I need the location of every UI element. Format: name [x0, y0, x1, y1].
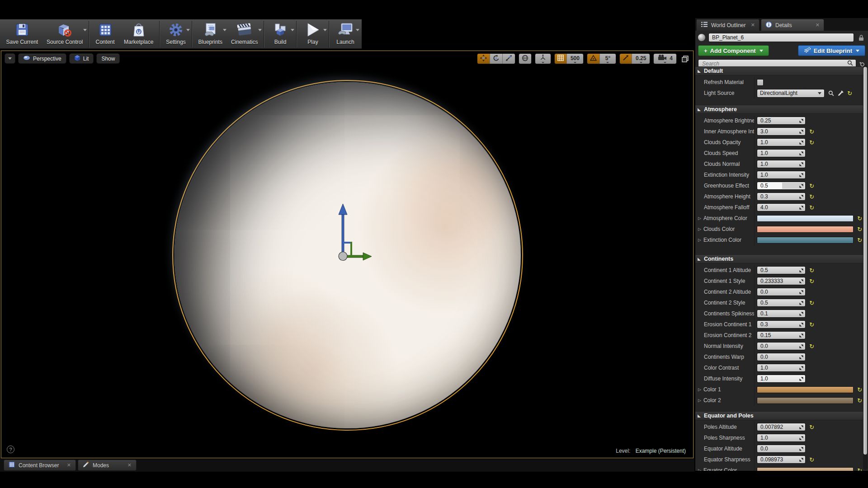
color-swatch[interactable] — [757, 397, 854, 404]
number-field[interactable]: 0.0 — [757, 353, 806, 361]
angle-snap-value[interactable]: 5° — [599, 54, 616, 64]
rotate-tool-button[interactable] — [490, 54, 502, 64]
number-field[interactable]: 0.3 — [757, 192, 806, 201]
gizmo-z-axis-arrow[interactable] — [339, 204, 347, 257]
cinematics-button[interactable]: Cinematics — [227, 20, 263, 48]
eyedropper-icon[interactable] — [838, 90, 844, 96]
chevron-down-icon[interactable] — [291, 29, 294, 31]
scale-snap-toggle[interactable] — [620, 54, 632, 64]
scrollbar-thumb[interactable] — [863, 67, 867, 455]
color-swatch[interactable] — [757, 237, 854, 244]
transform-gizmo[interactable] — [323, 201, 373, 263]
build-button[interactable]: Build — [266, 20, 295, 48]
reset-to-default-icon[interactable]: ↺ — [809, 322, 814, 328]
close-icon[interactable]: ✕ — [816, 22, 820, 28]
perspective-button[interactable]: Perspective — [18, 53, 66, 64]
number-field[interactable]: 0.3 — [757, 320, 806, 328]
number-field[interactable]: 3.0 — [757, 127, 806, 136]
actor-name-input[interactable] — [708, 33, 854, 42]
move-tool-button[interactable] — [477, 54, 490, 64]
expand-arrow-icon[interactable]: ▷ — [698, 227, 701, 231]
chevron-down-icon[interactable] — [186, 29, 190, 31]
checkbox[interactable] — [757, 79, 764, 86]
reset-to-default-icon[interactable]: ↺ — [809, 183, 814, 189]
browse-search-icon[interactable] — [828, 90, 834, 96]
number-field[interactable]: 0.007892 — [757, 423, 806, 431]
reset-to-default-icon[interactable]: ↺ — [809, 278, 814, 284]
details-scrollbar[interactable] — [863, 65, 868, 470]
chevron-down-icon[interactable] — [83, 29, 87, 31]
blueprints-button[interactable]: Blueprints — [194, 20, 227, 48]
expand-arrow-icon[interactable]: ▷ — [698, 387, 701, 392]
reset-to-default-icon[interactable]: ↺ — [809, 267, 814, 273]
transform-widget-button[interactable] — [535, 54, 551, 64]
tab-world-outliner[interactable]: World Outliner ✕ — [696, 19, 760, 31]
reset-to-default-icon[interactable]: ↺ — [809, 424, 814, 430]
number-field[interactable]: 1.0 — [757, 138, 806, 146]
number-field[interactable]: 0.5 — [757, 266, 806, 274]
number-field[interactable]: 0.098973 — [757, 455, 806, 464]
chevron-down-icon[interactable] — [323, 29, 327, 31]
number-field[interactable]: 0.1 — [757, 310, 806, 318]
close-icon[interactable]: ✕ — [67, 462, 71, 468]
help-button[interactable]: ? — [7, 446, 14, 453]
gizmo-origin-ball[interactable] — [339, 252, 347, 261]
number-field[interactable]: 0.0 — [757, 288, 806, 296]
section-header[interactable]: ◣Continents — [695, 254, 863, 263]
edit-blueprint-button[interactable]: Edit Blueprint — [798, 45, 865, 56]
reset-to-default-icon[interactable]: ↺ — [809, 140, 814, 145]
number-field[interactable]: 0.233333 — [757, 277, 806, 285]
scale-tool-button[interactable] — [502, 54, 515, 64]
angle-snap-toggle[interactable] — [587, 54, 599, 64]
number-field[interactable]: 1.0 — [757, 160, 806, 168]
light-source-dropdown[interactable]: DirectionalLight — [757, 89, 825, 98]
section-header[interactable]: ◣Atmosphere — [695, 105, 863, 114]
add-component-button[interactable]: + Add Component — [698, 45, 769, 56]
camera-speed-button[interactable]: 4 — [654, 54, 676, 64]
source-control-button[interactable]: Source Control — [42, 20, 87, 48]
number-field[interactable]: 0.15 — [757, 331, 806, 339]
chevron-down-icon[interactable] — [258, 29, 262, 31]
launch-button[interactable]: Launch — [331, 20, 360, 48]
reset-to-default-icon[interactable]: ↺ — [857, 237, 862, 243]
reset-to-default-icon[interactable]: ↺ — [809, 194, 814, 200]
marketplace-button[interactable]: Marketplace — [120, 20, 158, 48]
close-icon[interactable]: ✕ — [127, 462, 132, 468]
number-field[interactable]: 0.25 — [757, 117, 806, 125]
number-field[interactable]: 1.0 — [757, 375, 806, 383]
lock-icon[interactable] — [857, 34, 865, 41]
expand-arrow-icon[interactable]: ▷ — [698, 398, 701, 403]
tab-details[interactable]: Details ✕ — [761, 19, 824, 31]
reset-to-default-icon[interactable]: ↺ — [857, 226, 862, 232]
reset-to-default-icon[interactable]: ↺ — [857, 398, 862, 404]
save-current-button[interactable]: Save Current — [2, 20, 42, 48]
close-icon[interactable]: ✕ — [751, 22, 755, 28]
grid-snap-value[interactable]: 500 — [566, 54, 583, 64]
number-field[interactable]: 0.0 — [757, 445, 806, 453]
number-field[interactable]: 0.5 — [757, 299, 806, 307]
reset-to-default-icon[interactable]: ↺ — [857, 387, 862, 393]
chevron-down-icon[interactable] — [223, 29, 226, 31]
number-field[interactable]: 1.0 — [757, 171, 806, 179]
play-button[interactable]: Play — [298, 20, 327, 48]
reset-to-default-icon[interactable]: ↺ — [809, 300, 814, 306]
number-field[interactable]: 1.0 — [757, 149, 806, 157]
color-swatch[interactable] — [757, 467, 854, 471]
section-header[interactable]: ◣Default — [695, 66, 863, 75]
reset-to-default-icon[interactable]: ↺ — [809, 205, 814, 211]
color-swatch[interactable] — [757, 226, 854, 233]
lit-mode-button[interactable]: Lit — [69, 53, 94, 64]
maximize-viewport-button[interactable] — [682, 56, 689, 62]
number-field[interactable]: 4.0 — [757, 203, 806, 211]
expand-arrow-icon[interactable]: ▷ — [698, 238, 701, 242]
tab-modes[interactable]: Modes ✕ — [78, 460, 137, 471]
reset-to-default-icon[interactable]: ↺ — [847, 90, 852, 96]
expand-arrow-icon[interactable]: ▷ — [698, 468, 701, 471]
chevron-down-icon[interactable] — [356, 29, 359, 31]
content-button[interactable]: Content — [91, 20, 120, 48]
section-header[interactable]: ◣Equator and Poles — [695, 411, 863, 420]
reset-to-default-icon[interactable]: ↺ — [809, 129, 814, 135]
settings-button[interactable]: Settings — [161, 20, 190, 48]
number-field[interactable]: 1.0 — [757, 364, 806, 372]
expand-arrow-icon[interactable]: ▷ — [698, 216, 701, 221]
